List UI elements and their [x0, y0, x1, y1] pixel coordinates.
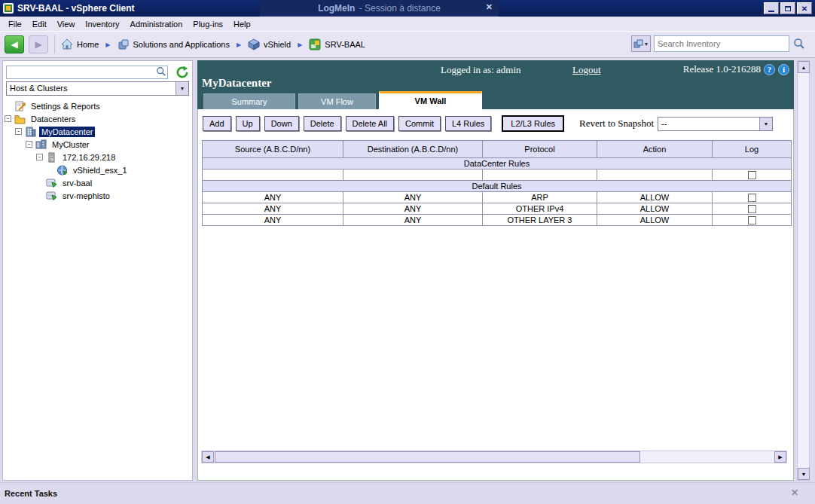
- tree-collapse-icon[interactable]: -: [5, 115, 11, 122]
- search-inventory-input[interactable]: [654, 35, 789, 52]
- tree-item-host[interactable]: - 172.16.29.218: [3, 151, 192, 163]
- dropdown-arrow-icon[interactable]: ▼: [176, 82, 188, 95]
- search-scope-button[interactable]: ▼: [631, 35, 651, 52]
- rule-protocol-cell[interactable]: [483, 170, 597, 181]
- back-button[interactable]: ◀: [5, 35, 24, 53]
- log-checkbox[interactable]: [748, 205, 756, 213]
- scroll-right-icon[interactable]: ▶: [774, 451, 786, 463]
- menu-plugins[interactable]: Plug-ins: [188, 18, 228, 30]
- menu-help[interactable]: Help: [228, 18, 256, 30]
- l2l3-rules-button[interactable]: L2/L3 Rules: [502, 115, 564, 132]
- tree-item-label[interactable]: vShield_esx_1: [71, 165, 130, 176]
- tree-item-srv-mephisto[interactable]: srv-mephisto: [3, 189, 192, 202]
- delete-all-button[interactable]: Delete All: [346, 116, 394, 131]
- add-button[interactable]: Add: [203, 116, 231, 131]
- tree-item-label-selected[interactable]: MyDatacenter: [39, 127, 95, 137]
- tab-vm-flow[interactable]: VM Flow: [298, 93, 376, 109]
- rule-destination-cell[interactable]: [343, 170, 483, 181]
- tree-item-label[interactable]: Settings & Reports: [29, 101, 102, 111]
- rule-action-cell[interactable]: ALLOW: [597, 192, 713, 203]
- tree-item-label[interactable]: Datacenters: [29, 114, 78, 124]
- tree-item-label[interactable]: srv-baal: [60, 178, 94, 188]
- rule-protocol-cell[interactable]: ARP: [483, 192, 597, 203]
- rule-row-empty[interactable]: [203, 170, 792, 181]
- tree-item-label[interactable]: srv-mephisto: [60, 191, 112, 201]
- tree-item-srv-baal[interactable]: srv-baal: [3, 176, 192, 189]
- breadcrumb-srv-baal[interactable]: SRV-BAAL: [309, 38, 365, 50]
- column-header-source[interactable]: Source (A.B.C.D/nn): [203, 141, 343, 158]
- rule-protocol-cell[interactable]: OTHER LAYER 3: [483, 215, 597, 226]
- rule-action-cell[interactable]: ALLOW: [597, 215, 713, 226]
- info-icon[interactable]: i: [778, 64, 789, 75]
- logout-link[interactable]: Logout: [572, 64, 601, 76]
- close-button[interactable]: ✕: [797, 2, 812, 14]
- tree-item-label[interactable]: 172.16.29.218: [60, 152, 118, 163]
- tree-item-vshield-esx[interactable]: vShield_esx_1: [3, 163, 192, 176]
- tree-collapse-icon[interactable]: -: [15, 128, 22, 135]
- menu-file[interactable]: File: [3, 18, 27, 30]
- rule-action-cell[interactable]: [597, 170, 713, 181]
- menu-inventory[interactable]: Inventory: [80, 18, 124, 30]
- log-checkbox[interactable]: [748, 194, 756, 202]
- delete-button[interactable]: Delete: [304, 116, 341, 131]
- log-checkbox[interactable]: [748, 216, 756, 225]
- tab-vm-wall[interactable]: VM Wall: [379, 91, 482, 109]
- horizontal-scrollbar[interactable]: ◀ ▶: [201, 451, 787, 463]
- rule-action-cell[interactable]: ALLOW: [597, 203, 713, 215]
- scroll-left-icon[interactable]: ◀: [202, 451, 214, 463]
- rule-destination-cell[interactable]: ANY: [343, 215, 483, 226]
- l4-rules-button[interactable]: L4 Rules: [445, 116, 491, 131]
- breadcrumb-vshield[interactable]: vShield: [248, 38, 291, 50]
- minimize-button[interactable]: [764, 2, 779, 14]
- rule-source-cell[interactable]: [203, 170, 343, 181]
- horizontal-scroll-thumb[interactable]: [215, 451, 640, 463]
- tree-item-label[interactable]: MyCluster: [50, 139, 92, 150]
- column-header-log[interactable]: Log: [713, 141, 792, 158]
- rule-source-cell[interactable]: ANY: [203, 215, 343, 226]
- rule-source-cell[interactable]: ANY: [203, 192, 343, 203]
- tree-item-settings-reports[interactable]: Settings & Reports: [3, 99, 192, 112]
- breadcrumb-solutions[interactable]: Solutions and Applications: [118, 38, 230, 50]
- rule-destination-cell[interactable]: ANY: [343, 192, 483, 203]
- menu-edit[interactable]: Edit: [27, 18, 52, 30]
- menu-view[interactable]: View: [52, 18, 81, 30]
- breadcrumb-vshield-label[interactable]: vShield: [264, 40, 291, 49]
- tree-item-mydatacenter[interactable]: - MyDatacenter: [3, 125, 192, 138]
- rule-row-other-ipv4[interactable]: ANY ANY OTHER IPv4 ALLOW: [203, 203, 792, 215]
- rule-destination-cell[interactable]: ANY: [343, 203, 483, 215]
- breadcrumb-home[interactable]: Home: [61, 38, 99, 50]
- down-button[interactable]: Down: [264, 116, 299, 131]
- forward-button[interactable]: ▶: [29, 35, 48, 53]
- inventory-view-selector[interactable]: Host & Clusters ▼: [6, 81, 189, 96]
- breadcrumb-solutions-label[interactable]: Solutions and Applications: [133, 40, 230, 49]
- tree-collapse-icon[interactable]: -: [36, 154, 43, 160]
- recent-tasks-close-icon[interactable]: ✕: [791, 487, 798, 498]
- tree-item-mycluster[interactable]: - MyCluster: [3, 138, 192, 151]
- vertical-scrollbar[interactable]: ▲ ▼: [797, 60, 810, 481]
- tree-item-datacenters[interactable]: - Datacenters: [3, 112, 192, 125]
- column-header-destination[interactable]: Destination (A.B.C.D/nn): [343, 141, 483, 158]
- help-icon[interactable]: ?: [764, 64, 775, 75]
- scroll-down-icon[interactable]: ▼: [798, 468, 810, 480]
- search-button[interactable]: [789, 35, 809, 52]
- dropdown-arrow-icon[interactable]: ▼: [759, 118, 772, 130]
- logmein-close-icon[interactable]: ✕: [486, 2, 493, 12]
- tree-collapse-icon[interactable]: -: [26, 141, 32, 148]
- rule-protocol-cell[interactable]: OTHER IPv4: [483, 203, 597, 215]
- refresh-icon[interactable]: [176, 66, 189, 79]
- column-header-action[interactable]: Action: [597, 141, 713, 158]
- logmein-session-bar[interactable]: LogMeIn - Session à distance ✕: [260, 0, 499, 17]
- scroll-up-icon[interactable]: ▲: [798, 61, 810, 73]
- rule-row-arp[interactable]: ANY ANY ARP ALLOW: [203, 192, 792, 203]
- rule-source-cell[interactable]: ANY: [203, 203, 343, 215]
- revert-snapshot-dropdown[interactable]: -- ▼: [658, 117, 773, 131]
- restore-button[interactable]: [780, 2, 795, 14]
- breadcrumb-home-label[interactable]: Home: [77, 40, 99, 49]
- column-header-protocol[interactable]: Protocol: [483, 141, 597, 158]
- inventory-filter-input[interactable]: [6, 66, 168, 79]
- tab-summary[interactable]: Summary: [203, 93, 295, 109]
- log-checkbox[interactable]: [748, 171, 756, 179]
- menu-administration[interactable]: Administration: [125, 18, 188, 30]
- up-button[interactable]: Up: [236, 116, 260, 131]
- commit-button[interactable]: Commit: [398, 116, 441, 131]
